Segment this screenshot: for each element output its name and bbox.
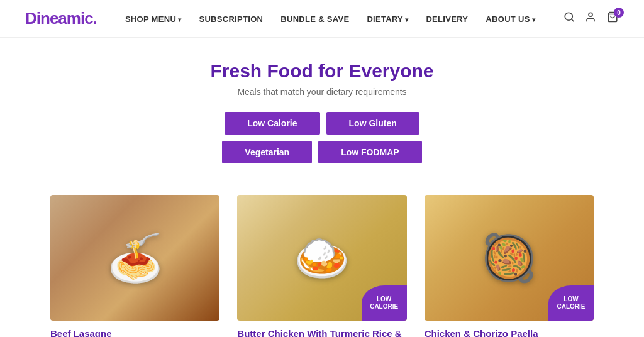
product-name-beef-lasagne: Beef Lasagne — [50, 328, 219, 337]
product-image-butter-chicken: LOW CALORIE — [237, 195, 406, 321]
cart-icon[interactable]: 0 — [606, 11, 619, 26]
filter-row-2: Vegetarian Low FODMAP — [222, 141, 421, 163]
brand-name: Dineamic — [25, 9, 93, 28]
nav-link-dietary[interactable]: DIETARY▾ — [367, 14, 408, 24]
nav-link-delivery[interactable]: DELIVERY — [426, 14, 468, 24]
chevron-down-icon: ▾ — [532, 16, 535, 23]
filter-buttons: Low Calorie Low Gluten Vegetarian Low FO… — [13, 112, 631, 163]
product-name-chorizo-paella: Chicken & Chorizo Paella — [425, 328, 594, 337]
nav-link-subscription[interactable]: SUBSCRIPTION — [199, 14, 263, 24]
low-calorie-badge: LOW CALORIE — [548, 285, 594, 321]
products-section: Beef Lasagne$13.00−+ADDLOW CALORIEButter… — [0, 182, 644, 337]
brand-logo[interactable]: Dineamic. — [25, 9, 97, 28]
low-calorie-badge: LOW CALORIE — [362, 285, 407, 321]
chevron-down-icon: ▾ — [405, 16, 408, 23]
filter-low-gluten[interactable]: Low Gluten — [326, 112, 419, 135]
cart-count: 0 — [614, 8, 624, 18]
nav-link-bundle-and-save[interactable]: BUNDLE & SAVE — [280, 14, 349, 24]
product-name-butter-chicken: Butter Chicken With Turmeric Rice & Curr… — [237, 328, 406, 337]
brand-dot: . — [93, 9, 97, 28]
hero-subtitle: Meals that match your dietary requiremen… — [13, 87, 631, 97]
filter-vegetarian[interactable]: Vegetarian — [222, 141, 312, 163]
filter-row-1: Low Calorie Low Gluten — [225, 112, 419, 135]
nav-link-shop-menu[interactable]: SHOP MENU▾ — [125, 14, 182, 24]
hero-section: Fresh Food for Everyone Meals that match… — [0, 38, 644, 182]
product-card-chorizo-paella: LOW CALORIEChicken & Chorizo Paella$11.0… — [425, 195, 594, 337]
products-grid: Beef Lasagne$13.00−+ADDLOW CALORIEButter… — [50, 195, 594, 337]
svg-line-1 — [571, 19, 573, 21]
search-icon[interactable] — [564, 11, 575, 26]
chevron-down-icon: ▾ — [178, 16, 181, 23]
filter-low-fodmap[interactable]: Low FODMAP — [318, 141, 422, 163]
product-image-chorizo-paella: LOW CALORIE — [425, 195, 594, 321]
navbar: Dineamic. SHOP MENU▾SUBSCRIPTIONBUNDLE &… — [0, 0, 644, 38]
hero-title: Fresh Food for Everyone — [13, 60, 631, 82]
product-image-beef-lasagne — [50, 195, 219, 321]
product-card-beef-lasagne: Beef Lasagne$13.00−+ADD — [50, 195, 219, 337]
filter-low-calorie[interactable]: Low Calorie — [225, 112, 319, 135]
nav-links: SHOP MENU▾SUBSCRIPTIONBUNDLE & SAVEDIETA… — [125, 13, 535, 25]
svg-point-2 — [589, 13, 592, 16]
product-card-butter-chicken: LOW CALORIEButter Chicken With Turmeric … — [237, 195, 406, 337]
nav-link-about-us[interactable]: ABOUT US▾ — [486, 14, 535, 24]
nav-icons: 0 — [564, 11, 619, 26]
account-icon[interactable] — [585, 11, 596, 26]
